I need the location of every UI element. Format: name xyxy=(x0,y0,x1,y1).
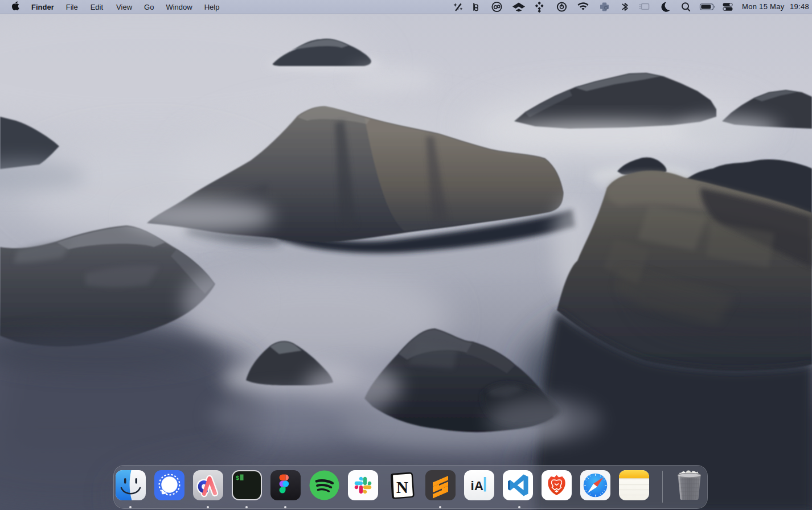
svg-text:N: N xyxy=(396,478,408,496)
svg-text:iA: iA xyxy=(470,479,483,493)
svg-text:$: $ xyxy=(236,475,239,482)
